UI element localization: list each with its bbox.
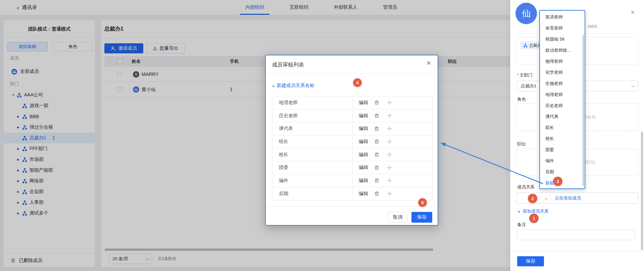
relation-name: 课代表: [273, 126, 293, 132]
role-label: 角色: [517, 96, 526, 102]
member-relation-label: 成员关系: [517, 184, 535, 190]
cancel-button[interactable]: 取消: [388, 212, 407, 223]
relation-dropdown: 英语老师 体育老师 韩国福 56 政治老师政... 物理老师 化学老师 生物老师…: [539, 10, 585, 189]
dropdown-new-option[interactable]: 新建: [540, 177, 585, 188]
relation-name: 校长: [273, 152, 288, 158]
step-badge-3: 3: [553, 177, 562, 186]
relation-row: 团委 编辑: [273, 161, 432, 174]
new-relation-link[interactable]: + 新建成员关系名称: [272, 83, 314, 89]
relation-name: 历史老师: [273, 113, 298, 119]
edit-link[interactable]: 编辑: [359, 178, 368, 184]
relation-row: 地理老师 编辑: [273, 96, 432, 109]
required-asterisk: *: [517, 73, 519, 78]
move-icon[interactable]: [387, 152, 392, 157]
step-badge-5: 5: [418, 198, 427, 207]
close-icon[interactable]: ×: [427, 59, 431, 67]
relation-name: 编外: [273, 178, 288, 184]
trash-icon[interactable]: [374, 139, 379, 144]
edit-link[interactable]: 编辑: [359, 139, 368, 145]
step-badge-2: 2: [528, 194, 537, 203]
relation-row: 组长 编辑: [273, 135, 432, 148]
trash-icon[interactable]: [374, 100, 379, 105]
move-icon[interactable]: [387, 100, 392, 105]
trash-icon[interactable]: [374, 191, 379, 196]
dropdown-option[interactable]: 历史老师: [540, 100, 585, 111]
relation-row: 编外 编辑: [273, 174, 432, 187]
dropdown-option[interactable]: 课代表: [540, 111, 585, 122]
edit-link[interactable]: 编辑: [359, 126, 368, 132]
phone-fragment: 3889: [587, 24, 597, 29]
add-member-link[interactable]: 点击添加成员: [555, 195, 581, 201]
dropdown-option[interactable]: 物理老师: [540, 56, 585, 67]
avatar: 仙: [515, 3, 537, 24]
dropdown-option[interactable]: 体育老师: [540, 23, 585, 34]
move-icon[interactable]: [387, 139, 392, 144]
plus-icon: +: [517, 209, 521, 214]
dropdown-option[interactable]: 校长: [540, 133, 585, 144]
edit-link[interactable]: 编辑: [359, 152, 368, 158]
step-badge-1: 1: [529, 214, 539, 223]
relation-row: 后期 编辑: [273, 187, 432, 200]
move-icon[interactable]: [387, 113, 392, 118]
trash-icon[interactable]: [374, 126, 379, 131]
relation-table: 地理老师 编辑 历史老师 编辑: [272, 96, 433, 200]
position-label: 职位: [517, 141, 526, 147]
divider: [266, 73, 438, 74]
modal-title: 成员审核列表: [272, 61, 304, 69]
dropdown-option[interactable]: 化学老师: [540, 67, 585, 78]
trash-icon[interactable]: [374, 178, 379, 183]
chevron-down-icon: [544, 196, 548, 200]
dropdown-option[interactable]: 英语老师: [540, 12, 585, 23]
close-icon[interactable]: ×: [631, 9, 635, 16]
trash-icon[interactable]: [374, 152, 379, 157]
vertical-scrollbar[interactable]: [641, 132, 643, 250]
note-label: 备注: [517, 222, 526, 228]
modal-save-button[interactable]: 保存: [411, 212, 432, 223]
member-review-modal: 成员审核列表 × + 新建成员关系名称 地理老师 编辑: [265, 55, 438, 226]
primary-dept-label: *主部门: [517, 72, 533, 78]
move-icon[interactable]: [387, 178, 392, 183]
relation-row: 校长 编辑: [273, 148, 432, 162]
dropdown-list: 英语老师 体育老师 韩国福 56 政治老师政... 物理老师 化学老师 生物老师…: [540, 12, 585, 177]
trash-icon[interactable]: [374, 113, 379, 118]
relation-name: 团委: [273, 165, 288, 171]
app-root: ‹ 通讯录 内部组织 互联组织 外部联系人 管理员: [0, 0, 644, 271]
edit-link[interactable]: 编辑: [359, 100, 368, 106]
step-badge-4: 4: [353, 78, 362, 87]
divider: [510, 251, 644, 251]
plus-icon: +: [272, 83, 275, 89]
drawer-save-button[interactable]: 保存: [517, 256, 544, 266]
dropdown-option[interactable]: 地理老师: [540, 89, 585, 100]
chevron-down-icon: [631, 84, 635, 87]
relation-name: 后期: [273, 191, 288, 197]
move-icon[interactable]: [387, 126, 392, 131]
relation-row: 课代表 编辑: [273, 122, 432, 135]
trash-icon[interactable]: [374, 165, 379, 170]
dropdown-option[interactable]: 政治老师政...: [540, 45, 585, 56]
dropdown-option[interactable]: 编外: [540, 155, 585, 167]
department-icon: [524, 44, 527, 47]
relation-name: 地理老师: [273, 100, 298, 106]
edit-link[interactable]: 编辑: [359, 191, 368, 197]
edit-link[interactable]: 编辑: [359, 165, 368, 171]
dropdown-option[interactable]: 团委: [540, 144, 585, 155]
dropdown-option[interactable]: 韩国福 56: [540, 34, 585, 45]
relation-row: 历史老师 编辑: [273, 109, 432, 123]
move-icon[interactable]: [387, 191, 392, 196]
note-input[interactable]: [517, 230, 635, 240]
dropdown-option[interactable]: 生物老师: [540, 78, 585, 89]
divider: [266, 207, 438, 207]
move-icon[interactable]: [387, 165, 392, 170]
dropdown-scrollbar[interactable]: [583, 35, 584, 186]
dropdown-option[interactable]: 后期: [540, 166, 585, 177]
edit-link[interactable]: 编辑: [359, 113, 368, 119]
dropdown-option[interactable]: 组长: [540, 122, 585, 133]
relation-name: 组长: [273, 139, 288, 145]
